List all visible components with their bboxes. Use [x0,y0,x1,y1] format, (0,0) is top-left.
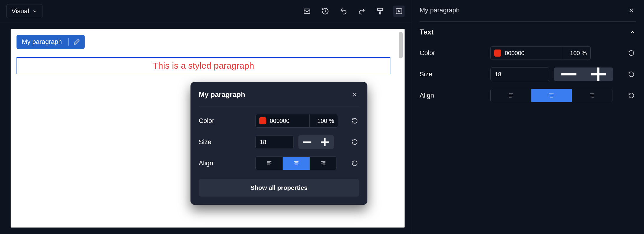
popover-color-row: Color 000000 100 % [199,114,359,128]
align-center-button[interactable] [531,89,571,102]
sidebar-align-row: Align [420,89,636,102]
align-right-button[interactable] [572,89,612,102]
popover-size-row: Size [199,135,359,149]
view-mode-dropdown[interactable]: Visual [6,4,42,18]
align-right-button[interactable] [310,157,336,170]
toolbar-actions [302,6,405,17]
field-divider [562,47,562,60]
align-right-icon [589,92,595,99]
properties-popover: My paragraph Color 000000 100 % [190,82,367,205]
preview-button[interactable] [393,6,405,17]
svg-rect-0 [304,9,310,13]
paragraph-text: This is a styled paragraph [153,61,254,70]
color-label: Color [199,117,255,125]
align-center-button[interactable] [282,157,309,170]
field-divider [309,114,310,127]
plus-icon [585,67,611,81]
close-icon [351,91,358,98]
history-button[interactable] [320,6,330,16]
sidebar-header: My paragraph [420,6,636,22]
section-label: Text [420,28,434,36]
popover-header: My paragraph [199,90,359,106]
top-toolbar: Visual [0,0,411,22]
size-value[interactable] [494,71,546,78]
color-hex: 000000 [270,118,303,124]
align-reset-button[interactable] [350,159,359,168]
chip-divider [68,38,69,46]
design-canvas[interactable]: My paragraph This is a styled paragraph … [11,29,405,228]
color-field[interactable]: 000000 100 % [490,46,591,60]
size-decrement-button[interactable] [298,135,316,149]
history-icon [321,7,329,15]
reset-icon [628,50,635,56]
minus-icon [556,67,582,81]
editor-pane: Visual [0,0,411,234]
view-mode-label: Visual [12,7,29,15]
align-segmented [490,89,612,102]
size-input[interactable] [255,135,294,149]
paint-icon [376,7,384,15]
section-header[interactable]: Text [420,28,636,36]
chevron-down-icon [32,9,37,14]
styles-button[interactable] [375,6,385,16]
selection-chip[interactable]: My paragraph [17,35,85,49]
show-all-properties-button[interactable]: Show all properties [199,179,359,197]
color-field[interactable]: 000000 100 % [255,114,338,128]
size-decrement-button[interactable] [554,67,584,81]
svg-rect-1 [377,8,382,11]
color-label: Color [420,49,490,57]
color-opacity: 100 % [314,118,334,124]
size-increment-button[interactable] [316,135,334,149]
align-center-icon [548,92,555,99]
align-reset-button[interactable] [627,91,636,100]
reset-icon [351,139,358,145]
chevron-up-icon [629,29,636,35]
canvas-wrap: My paragraph This is a styled paragraph … [0,22,411,234]
align-left-icon [508,92,514,99]
svg-rect-2 [380,12,381,14]
minus-icon [300,135,314,149]
size-reset-button[interactable] [627,70,636,79]
pencil-icon[interactable] [73,39,80,45]
size-stepper [554,67,613,81]
properties-sidebar: My paragraph Text Color 000000 100 % Siz… [411,0,644,234]
sidebar-close-button[interactable] [627,6,636,15]
align-right-icon [320,160,326,167]
reset-icon [351,160,358,167]
size-label: Size [420,70,490,78]
popover-close-button[interactable] [350,90,359,99]
reset-icon [628,92,635,99]
reset-icon [628,71,635,78]
size-label: Size [199,138,255,146]
color-reset-button[interactable] [627,49,636,57]
popover-align-row: Align [199,156,359,170]
align-left-button[interactable] [256,157,282,170]
size-value[interactable] [259,139,290,146]
plus-icon [318,135,332,149]
reset-icon [351,118,358,124]
size-increment-button[interactable] [584,67,613,81]
size-input[interactable] [490,67,549,81]
undo-button[interactable] [339,6,349,16]
align-center-icon [293,160,300,167]
align-segmented [255,156,337,170]
canvas-scrollbar[interactable] [399,32,403,58]
inbox-icon [303,7,311,15]
size-stepper [298,135,334,149]
redo-button[interactable] [357,6,367,16]
color-opacity: 100 % [567,50,587,57]
sidebar-color-row: Color 000000 100 % [420,46,636,60]
sidebar-size-row: Size [420,67,636,81]
color-swatch[interactable] [259,117,266,124]
selected-paragraph[interactable]: This is a styled paragraph [17,57,390,74]
close-icon [628,7,635,14]
play-icon [395,7,403,15]
inbox-button[interactable] [302,6,312,16]
color-reset-button[interactable] [350,116,359,125]
color-swatch[interactable] [494,50,501,57]
sidebar-title: My paragraph [420,6,460,14]
align-left-icon [266,160,272,167]
size-reset-button[interactable] [350,138,359,146]
align-left-button[interactable] [491,89,531,102]
redo-icon [358,7,366,15]
